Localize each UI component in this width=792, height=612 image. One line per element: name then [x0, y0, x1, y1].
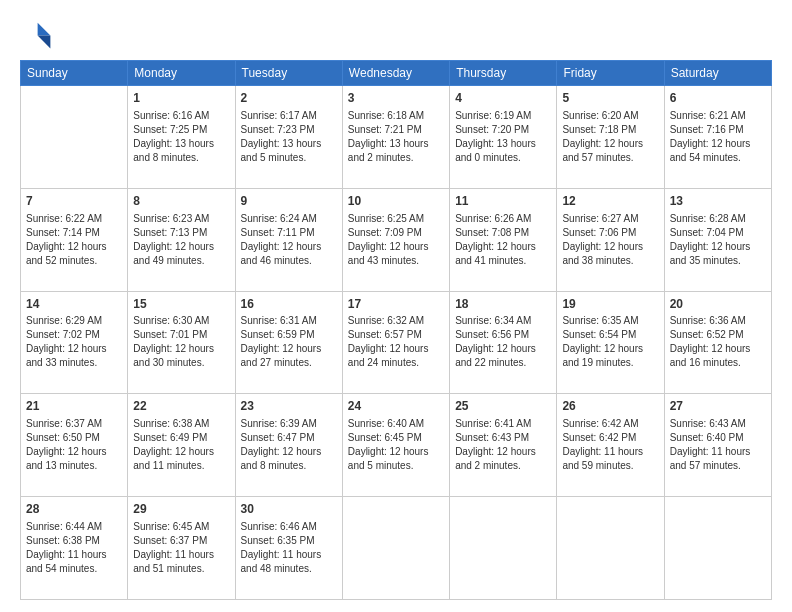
svg-marker-1 — [38, 36, 51, 49]
day-number: 29 — [133, 501, 229, 518]
calendar-body: 1Sunrise: 6:16 AM Sunset: 7:25 PM Daylig… — [21, 86, 772, 600]
calendar-cell: 7Sunrise: 6:22 AM Sunset: 7:14 PM Daylig… — [21, 188, 128, 291]
cell-info: Sunrise: 6:22 AM Sunset: 7:14 PM Dayligh… — [26, 212, 122, 268]
day-number: 16 — [241, 296, 337, 313]
day-number: 25 — [455, 398, 551, 415]
weekday-header-saturday: Saturday — [664, 61, 771, 86]
cell-info: Sunrise: 6:43 AM Sunset: 6:40 PM Dayligh… — [670, 417, 766, 473]
calendar-cell: 25Sunrise: 6:41 AM Sunset: 6:43 PM Dayli… — [450, 394, 557, 497]
calendar-week-2: 7Sunrise: 6:22 AM Sunset: 7:14 PM Daylig… — [21, 188, 772, 291]
day-number: 17 — [348, 296, 444, 313]
day-number: 15 — [133, 296, 229, 313]
cell-info: Sunrise: 6:26 AM Sunset: 7:08 PM Dayligh… — [455, 212, 551, 268]
calendar-cell: 20Sunrise: 6:36 AM Sunset: 6:52 PM Dayli… — [664, 291, 771, 394]
day-number: 14 — [26, 296, 122, 313]
header — [20, 18, 772, 50]
cell-info: Sunrise: 6:17 AM Sunset: 7:23 PM Dayligh… — [241, 109, 337, 165]
cell-info: Sunrise: 6:27 AM Sunset: 7:06 PM Dayligh… — [562, 212, 658, 268]
calendar-week-4: 21Sunrise: 6:37 AM Sunset: 6:50 PM Dayli… — [21, 394, 772, 497]
calendar-cell: 12Sunrise: 6:27 AM Sunset: 7:06 PM Dayli… — [557, 188, 664, 291]
cell-info: Sunrise: 6:32 AM Sunset: 6:57 PM Dayligh… — [348, 314, 444, 370]
calendar-cell: 4Sunrise: 6:19 AM Sunset: 7:20 PM Daylig… — [450, 86, 557, 189]
day-number: 20 — [670, 296, 766, 313]
day-number: 13 — [670, 193, 766, 210]
weekday-row: SundayMondayTuesdayWednesdayThursdayFrid… — [21, 61, 772, 86]
weekday-header-friday: Friday — [557, 61, 664, 86]
calendar-cell: 18Sunrise: 6:34 AM Sunset: 6:56 PM Dayli… — [450, 291, 557, 394]
calendar-cell: 28Sunrise: 6:44 AM Sunset: 6:38 PM Dayli… — [21, 497, 128, 600]
calendar-cell: 22Sunrise: 6:38 AM Sunset: 6:49 PM Dayli… — [128, 394, 235, 497]
svg-marker-0 — [38, 23, 51, 36]
day-number: 21 — [26, 398, 122, 415]
calendar-cell — [342, 497, 449, 600]
logo-icon — [20, 18, 52, 50]
calendar-cell: 16Sunrise: 6:31 AM Sunset: 6:59 PM Dayli… — [235, 291, 342, 394]
day-number: 2 — [241, 90, 337, 107]
page: SundayMondayTuesdayWednesdayThursdayFrid… — [0, 0, 792, 612]
day-number: 22 — [133, 398, 229, 415]
day-number: 10 — [348, 193, 444, 210]
calendar-header: SundayMondayTuesdayWednesdayThursdayFrid… — [21, 61, 772, 86]
weekday-header-thursday: Thursday — [450, 61, 557, 86]
weekday-header-sunday: Sunday — [21, 61, 128, 86]
calendar-week-1: 1Sunrise: 6:16 AM Sunset: 7:25 PM Daylig… — [21, 86, 772, 189]
cell-info: Sunrise: 6:42 AM Sunset: 6:42 PM Dayligh… — [562, 417, 658, 473]
cell-info: Sunrise: 6:16 AM Sunset: 7:25 PM Dayligh… — [133, 109, 229, 165]
cell-info: Sunrise: 6:36 AM Sunset: 6:52 PM Dayligh… — [670, 314, 766, 370]
cell-info: Sunrise: 6:19 AM Sunset: 7:20 PM Dayligh… — [455, 109, 551, 165]
calendar-cell: 1Sunrise: 6:16 AM Sunset: 7:25 PM Daylig… — [128, 86, 235, 189]
cell-info: Sunrise: 6:38 AM Sunset: 6:49 PM Dayligh… — [133, 417, 229, 473]
day-number: 11 — [455, 193, 551, 210]
cell-info: Sunrise: 6:41 AM Sunset: 6:43 PM Dayligh… — [455, 417, 551, 473]
day-number: 24 — [348, 398, 444, 415]
cell-info: Sunrise: 6:46 AM Sunset: 6:35 PM Dayligh… — [241, 520, 337, 576]
cell-info: Sunrise: 6:28 AM Sunset: 7:04 PM Dayligh… — [670, 212, 766, 268]
calendar-cell: 6Sunrise: 6:21 AM Sunset: 7:16 PM Daylig… — [664, 86, 771, 189]
calendar-cell: 21Sunrise: 6:37 AM Sunset: 6:50 PM Dayli… — [21, 394, 128, 497]
calendar-cell — [664, 497, 771, 600]
weekday-header-wednesday: Wednesday — [342, 61, 449, 86]
calendar-cell: 24Sunrise: 6:40 AM Sunset: 6:45 PM Dayli… — [342, 394, 449, 497]
day-number: 12 — [562, 193, 658, 210]
cell-info: Sunrise: 6:44 AM Sunset: 6:38 PM Dayligh… — [26, 520, 122, 576]
day-number: 28 — [26, 501, 122, 518]
calendar-cell: 23Sunrise: 6:39 AM Sunset: 6:47 PM Dayli… — [235, 394, 342, 497]
calendar-cell: 8Sunrise: 6:23 AM Sunset: 7:13 PM Daylig… — [128, 188, 235, 291]
calendar-week-3: 14Sunrise: 6:29 AM Sunset: 7:02 PM Dayli… — [21, 291, 772, 394]
calendar-cell: 26Sunrise: 6:42 AM Sunset: 6:42 PM Dayli… — [557, 394, 664, 497]
logo — [20, 18, 56, 50]
day-number: 7 — [26, 193, 122, 210]
calendar-cell: 3Sunrise: 6:18 AM Sunset: 7:21 PM Daylig… — [342, 86, 449, 189]
calendar-cell: 13Sunrise: 6:28 AM Sunset: 7:04 PM Dayli… — [664, 188, 771, 291]
calendar-table: SundayMondayTuesdayWednesdayThursdayFrid… — [20, 60, 772, 600]
calendar-cell — [21, 86, 128, 189]
calendar-cell: 19Sunrise: 6:35 AM Sunset: 6:54 PM Dayli… — [557, 291, 664, 394]
day-number: 19 — [562, 296, 658, 313]
day-number: 1 — [133, 90, 229, 107]
day-number: 26 — [562, 398, 658, 415]
calendar-cell: 29Sunrise: 6:45 AM Sunset: 6:37 PM Dayli… — [128, 497, 235, 600]
cell-info: Sunrise: 6:35 AM Sunset: 6:54 PM Dayligh… — [562, 314, 658, 370]
day-number: 5 — [562, 90, 658, 107]
day-number: 8 — [133, 193, 229, 210]
day-number: 3 — [348, 90, 444, 107]
calendar-cell: 14Sunrise: 6:29 AM Sunset: 7:02 PM Dayli… — [21, 291, 128, 394]
day-number: 18 — [455, 296, 551, 313]
cell-info: Sunrise: 6:34 AM Sunset: 6:56 PM Dayligh… — [455, 314, 551, 370]
calendar-cell: 17Sunrise: 6:32 AM Sunset: 6:57 PM Dayli… — [342, 291, 449, 394]
cell-info: Sunrise: 6:29 AM Sunset: 7:02 PM Dayligh… — [26, 314, 122, 370]
calendar-cell: 5Sunrise: 6:20 AM Sunset: 7:18 PM Daylig… — [557, 86, 664, 189]
calendar-cell: 15Sunrise: 6:30 AM Sunset: 7:01 PM Dayli… — [128, 291, 235, 394]
cell-info: Sunrise: 6:18 AM Sunset: 7:21 PM Dayligh… — [348, 109, 444, 165]
calendar-cell: 9Sunrise: 6:24 AM Sunset: 7:11 PM Daylig… — [235, 188, 342, 291]
cell-info: Sunrise: 6:30 AM Sunset: 7:01 PM Dayligh… — [133, 314, 229, 370]
cell-info: Sunrise: 6:24 AM Sunset: 7:11 PM Dayligh… — [241, 212, 337, 268]
cell-info: Sunrise: 6:31 AM Sunset: 6:59 PM Dayligh… — [241, 314, 337, 370]
calendar-cell: 27Sunrise: 6:43 AM Sunset: 6:40 PM Dayli… — [664, 394, 771, 497]
calendar-cell — [450, 497, 557, 600]
weekday-header-tuesday: Tuesday — [235, 61, 342, 86]
weekday-header-monday: Monday — [128, 61, 235, 86]
calendar-cell: 11Sunrise: 6:26 AM Sunset: 7:08 PM Dayli… — [450, 188, 557, 291]
cell-info: Sunrise: 6:40 AM Sunset: 6:45 PM Dayligh… — [348, 417, 444, 473]
calendar-cell: 30Sunrise: 6:46 AM Sunset: 6:35 PM Dayli… — [235, 497, 342, 600]
